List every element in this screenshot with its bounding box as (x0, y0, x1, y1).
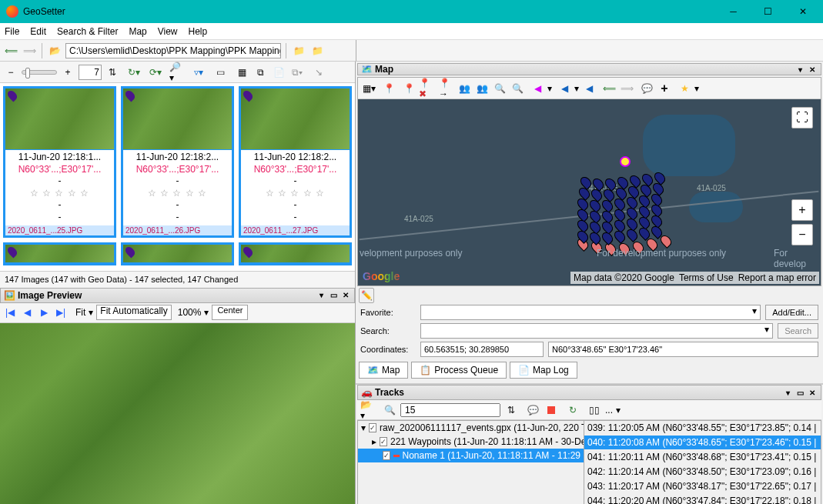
find-icon[interactable]: 🔎▾ (169, 65, 185, 80)
thumb-rating[interactable]: ☆ ☆ ☆ ☆ ☆ (244, 188, 346, 200)
edit-pencil-icon[interactable]: ✏️ (359, 288, 374, 303)
thumbnail-item[interactable]: 11-Jun-20 12:18:2... N60°33'...;E30°17'.… (239, 86, 352, 238)
addedit-button[interactable]: Add/Edit... (765, 305, 818, 320)
marker-gray-icon[interactable]: 📍→ (439, 81, 454, 96)
folder-open-icon[interactable]: 📂 (47, 43, 62, 58)
tracks-restore-icon[interactable]: ▭ (795, 387, 805, 398)
track-comment-icon[interactable]: 💬 (525, 402, 540, 418)
prev-first-icon[interactable]: |◀ (3, 305, 17, 319)
track-point-row[interactable]: 042: 11:20:14 AM (N60°33'48.50"; E30°17'… (584, 465, 821, 479)
arrow-l-dd-icon[interactable]: ▾ (574, 83, 579, 94)
track-sync-icon[interactable]: ↻ (565, 402, 580, 418)
pane-menu-icon[interactable]: ▾ (316, 290, 326, 301)
flag-icon[interactable]: ◀ (530, 81, 545, 96)
thumb-rating[interactable]: ☆ ☆ ☆ ☆ ☆ (8, 188, 111, 200)
prev-fwd-icon[interactable]: ▶ (37, 305, 51, 319)
menu-view[interactable]: View (158, 26, 178, 37)
process-queue-button[interactable]: 📋Process Queue (411, 362, 507, 379)
copy2-icon[interactable]: ⧉▾ (289, 65, 305, 80)
thumb-zoom-updown-icon[interactable]: ⇅ (105, 65, 120, 80)
track-point-row[interactable]: 040: 11:20:08 AM (N60°33'48.65"; E30°17'… (584, 436, 821, 450)
zoom-out-button[interactable]: − (791, 224, 813, 245)
minimize-button[interactable]: ─ (716, 0, 751, 23)
checkbox[interactable]: ✓ (369, 423, 376, 432)
nav-back-icon[interactable]: ⟸ (3, 43, 18, 58)
tree-noname-row[interactable]: ✓ Noname 1 (11-Jun-20, 11:18:11 AM - 11:… (358, 449, 584, 462)
thumb-zoom-value[interactable] (79, 65, 102, 80)
fullscreen-icon[interactable]: ⛶ (791, 107, 813, 129)
arrow-l-icon[interactable]: ◀ (557, 81, 572, 96)
map-menu-icon[interactable]: ▾ (795, 64, 805, 75)
track-point-row[interactable]: 043: 11:20:17 AM (N60°33'48.17"; E30°17'… (584, 479, 821, 494)
coords-dms-input[interactable] (548, 342, 818, 357)
menu-map[interactable]: Map (129, 26, 146, 37)
track-point-row[interactable]: 039: 11:20:05 AM (N60°33'48.55"; E30°17'… (584, 421, 821, 436)
track-search-icon[interactable]: 🔍 (382, 402, 397, 418)
tracks-point-list[interactable]: 039: 11:20:05 AM (N60°33'48.55"; E30°17'… (584, 421, 821, 504)
thumbnail-item[interactable] (121, 242, 234, 265)
thumbnail-item[interactable]: 11-Jun-20 12:18:1... N60°33'...;E30°17'.… (3, 86, 116, 238)
explore-icon[interactable]: 📁 (291, 43, 306, 58)
track-more[interactable]: ... (605, 405, 613, 416)
users2-icon[interactable]: 👥 (474, 81, 490, 96)
selected-marker-icon[interactable] (620, 156, 631, 167)
map-credit[interactable]: Map data ©2020 Google (574, 272, 674, 283)
thumbnail-pane[interactable]: 11-Jun-20 12:18:1... N60°33'...;E30°17'.… (0, 83, 355, 271)
menu-edit[interactable]: Edit (30, 26, 46, 37)
thumb-rating[interactable]: ☆ ☆ ☆ ☆ ☆ (126, 188, 229, 200)
maximize-button[interactable]: ☐ (751, 0, 785, 23)
paste-icon[interactable]: 📄 (271, 65, 286, 80)
flag-dd-icon[interactable]: ▾ (547, 83, 552, 94)
copy-icon[interactable]: ⧉ (253, 65, 268, 80)
prev-back-icon[interactable]: ◀ (20, 305, 34, 319)
map-tab-button[interactable]: 🗺️Map (359, 362, 408, 379)
track-more-dd-icon[interactable]: ▾ (616, 405, 621, 416)
search-button[interactable]: Search (778, 323, 818, 339)
arrow-r-icon[interactable]: ◀ (581, 81, 597, 96)
map-credit[interactable]: Terms of Use (679, 272, 734, 283)
star-icon[interactable]: ★ (677, 81, 692, 96)
tracks-menu-icon[interactable]: ▾ (782, 387, 793, 398)
thumb-zoom-slider[interactable] (22, 70, 57, 75)
map-log-button[interactable]: 📄Map Log (510, 362, 577, 379)
pane-restore-icon[interactable]: ▭ (328, 290, 339, 301)
fit-mode-select[interactable]: Fit Automatically (96, 305, 171, 320)
marker-cluster[interactable] (574, 169, 681, 253)
track-updown-icon[interactable]: ⇅ (504, 402, 519, 418)
track-spinner[interactable] (400, 403, 500, 417)
thumb-zoomout-icon[interactable]: − (3, 65, 18, 80)
thumbnail-item[interactable] (239, 242, 352, 265)
expand-icon[interactable]: ▸ (372, 436, 376, 447)
expand-icon[interactable]: ▾ (361, 422, 366, 433)
explore2-icon[interactable]: 📁 (309, 43, 325, 58)
map-canvas[interactable]: 41A-025 41A-025 41A-025 ⛶ + − (358, 99, 821, 285)
marker-red-del-icon[interactable]: 📍✖ (419, 81, 434, 96)
path-input[interactable]: C:\Users\emlid\Desktop\PPK Mapping\PPK M… (65, 43, 281, 58)
pane-close-icon[interactable]: ✕ (340, 290, 351, 301)
track-stop-icon[interactable] (544, 402, 559, 418)
reload-folder-icon[interactable]: ⟳▾ (148, 65, 163, 80)
users-find2-icon[interactable]: 🔍 (510, 81, 525, 96)
checkbox[interactable]: ✓ (383, 451, 390, 460)
close-button[interactable]: ✕ (785, 0, 820, 23)
checkbox[interactable]: ✓ (380, 437, 387, 446)
track-layout-icon[interactable]: ▯▯ (587, 402, 602, 418)
menu-help[interactable]: Help (189, 26, 208, 37)
add-icon[interactable]: + (657, 81, 672, 96)
search-combo[interactable]: ▾ (420, 323, 773, 339)
track-open-icon[interactable]: 📂▾ (360, 402, 376, 418)
tracks-close-icon[interactable]: ✕ (807, 387, 818, 398)
export-icon[interactable]: ↘ (311, 65, 326, 80)
zoom-in-button[interactable]: + (791, 199, 813, 221)
zoom-dropdown-arrow-icon[interactable]: ▾ (204, 307, 209, 318)
map-back-icon[interactable]: ⟸ (601, 81, 617, 96)
tracks-tree[interactable]: ▾ ✓ raw_202006111117_events.gpx (11-Jun-… (358, 421, 584, 504)
thumbnail-item[interactable]: 11-Jun-20 12:18:2... N60°33'...;E30°17'.… (121, 86, 234, 238)
map-fwd-icon[interactable]: ⟹ (619, 81, 634, 96)
center-button[interactable]: Center (212, 305, 248, 320)
refresh-icon[interactable]: ↻▾ (126, 65, 142, 80)
marker-yellow-icon[interactable]: 📍 (381, 81, 396, 96)
star-dd-icon[interactable]: ▾ (694, 83, 699, 94)
prev-last-icon[interactable]: ▶| (54, 305, 68, 319)
comment-icon[interactable]: 💬 (639, 81, 654, 96)
